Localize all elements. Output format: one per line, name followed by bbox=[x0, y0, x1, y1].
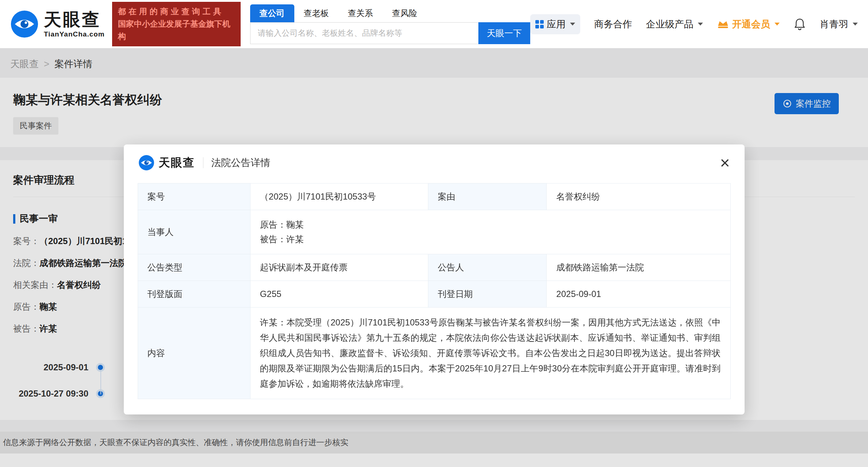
publication-page-value: G255 bbox=[250, 281, 428, 308]
case-no-value: （2025）川7101民初10533号 bbox=[250, 184, 428, 210]
tianyancha-eye-icon bbox=[10, 10, 39, 38]
modal-header: 天眼查 法院公告详情 × bbox=[124, 144, 745, 180]
notifications-bell[interactable] bbox=[794, 18, 806, 31]
slogan-line1: 都在用的商业查询工具 bbox=[118, 5, 235, 18]
defendant-line: 被告：许某 bbox=[260, 232, 721, 247]
parties-value: 原告：鞠某 被告：许某 bbox=[250, 210, 730, 254]
modal-title: 法院公告详情 bbox=[211, 156, 271, 169]
nav-enterprise-products[interactable]: 企业级产品 bbox=[646, 18, 703, 31]
tianyancha-logo[interactable]: 天眼查 TianYanCha.com bbox=[10, 10, 105, 38]
chevron-down-icon bbox=[853, 23, 858, 26]
table-row-parties: 当事人 原告：鞠某 被告：许某 bbox=[138, 210, 730, 254]
search-area: 查公司 查老板 查关系 查风险 天眼一下 bbox=[250, 4, 530, 44]
search-tabs: 查公司 查老板 查关系 查风险 bbox=[250, 4, 530, 22]
court-announcement-modal: 天眼查 法院公告详情 × 案号 （2025）川7101民初10533号 案由 名… bbox=[124, 144, 745, 414]
slogan-line2: 国家中小企业发展子基金旗下机构 bbox=[118, 18, 235, 43]
chevron-down-icon bbox=[775, 23, 780, 26]
publication-date-value: 2025-09-01 bbox=[547, 281, 730, 308]
announcer-label: 公告人 bbox=[428, 254, 547, 281]
top-nav: 应用 商务合作 企业级产品 开通会员 bbox=[530, 14, 858, 34]
divider bbox=[203, 157, 203, 168]
cause-label: 案由 bbox=[428, 184, 547, 210]
search-input[interactable] bbox=[250, 22, 478, 44]
brand-name: 天眼查 bbox=[44, 11, 105, 28]
table-row-notice-type: 公告类型 起诉状副本及开庭传票 公告人 成都铁路运输第一法院 bbox=[138, 254, 730, 281]
parties-label: 当事人 bbox=[138, 210, 250, 254]
announcement-table: 案号 （2025）川7101民初10533号 案由 名誉权纠纷 当事人 原告：鞠… bbox=[138, 183, 731, 399]
chevron-down-icon bbox=[570, 23, 575, 26]
nav-apps-label: 应用 bbox=[547, 18, 566, 31]
plaintiff-line: 原告：鞠某 bbox=[260, 217, 721, 232]
tab-search-boss[interactable]: 查老板 bbox=[294, 4, 339, 22]
user-menu[interactable]: 肖青羽 bbox=[820, 18, 858, 31]
tab-search-relation[interactable]: 查关系 bbox=[339, 4, 383, 22]
top-header: 天眼查 TianYanCha.com 都在用的商业查询工具 国家中小企业发展子基… bbox=[0, 0, 868, 48]
user-name: 肖青羽 bbox=[820, 18, 848, 31]
publication-date-label: 刊登日期 bbox=[428, 281, 547, 308]
cause-value: 名誉权纠纷 bbox=[547, 184, 730, 210]
search-button[interactable]: 天眼一下 bbox=[478, 22, 530, 44]
content-value: 许某：本院受理（2025）川7101民初10533号原告鞠某与被告许某名誉权纠纷… bbox=[250, 308, 730, 399]
table-row-publication: 刊登版面 G255 刊登日期 2025-09-01 bbox=[138, 281, 730, 308]
announcer-value: 成都铁路运输第一法院 bbox=[547, 254, 730, 281]
notice-type-label: 公告类型 bbox=[138, 254, 250, 281]
bell-icon bbox=[794, 18, 806, 31]
nav-vip-membership[interactable]: 开通会员 bbox=[717, 18, 780, 31]
nav-apps[interactable]: 应用 bbox=[530, 14, 580, 34]
publication-page-label: 刊登版面 bbox=[138, 281, 250, 308]
nav-business-cooperation[interactable]: 商务合作 bbox=[594, 18, 632, 31]
modal-brand: 天眼查 bbox=[159, 155, 195, 170]
apps-grid-icon bbox=[535, 20, 544, 28]
tianyancha-eye-icon bbox=[138, 155, 154, 171]
tab-search-risk[interactable]: 查风险 bbox=[383, 4, 427, 22]
brand-slogan-badge: 都在用的商业查询工具 国家中小企业发展子基金旗下机构 bbox=[112, 2, 241, 46]
content-label: 内容 bbox=[138, 308, 250, 399]
close-icon[interactable]: × bbox=[720, 156, 730, 170]
crown-icon bbox=[717, 19, 729, 29]
notice-type-value: 起诉状副本及开庭传票 bbox=[250, 254, 428, 281]
tab-search-company[interactable]: 查公司 bbox=[250, 4, 294, 22]
chevron-down-icon bbox=[698, 23, 703, 26]
table-row-content: 内容 许某：本院受理（2025）川7101民初10533号原告鞠某与被告许某名誉… bbox=[138, 308, 730, 399]
case-no-label: 案号 bbox=[138, 184, 250, 210]
table-row-case-no: 案号 （2025）川7101民初10533号 案由 名誉权纠纷 bbox=[138, 184, 730, 210]
brand-domain: TianYanCha.com bbox=[44, 31, 105, 38]
